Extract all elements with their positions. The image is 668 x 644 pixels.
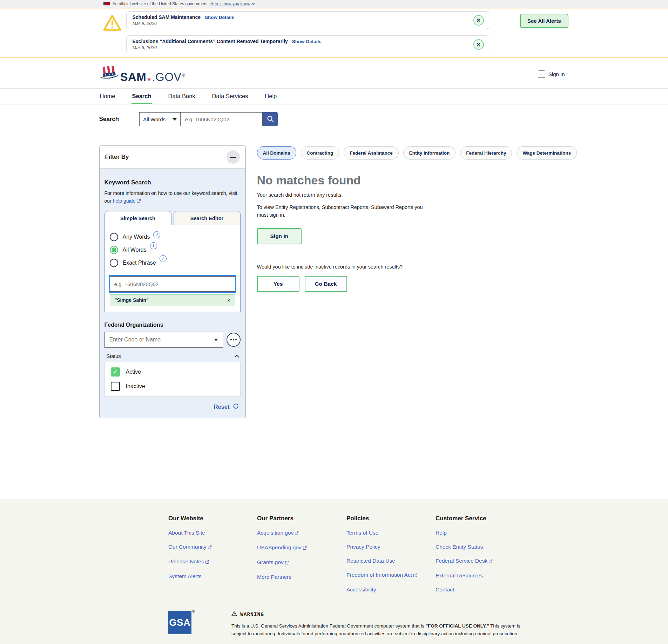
keyword-chip: "Simge Sahin" ×: [110, 294, 235, 306]
domain-pill-all-domains[interactable]: All Domains: [257, 146, 296, 160]
sign-in-arrow-icon: ←: [538, 70, 545, 78]
logo-sam-text: SAM: [120, 71, 147, 83]
no-matches-title: No matches found: [257, 174, 577, 187]
chevron-down-icon: [251, 2, 254, 5]
show-details-link[interactable]: Show Details: [292, 39, 322, 44]
footer-heading: Our Partners: [257, 515, 346, 522]
status-label: Status: [107, 353, 121, 359]
nav-item-help[interactable]: Help: [264, 89, 277, 104]
footer-link-grants-gov[interactable]: Grants.gov: [257, 559, 346, 566]
alert-date: Mar 6, 2026: [133, 45, 468, 50]
help-guide-link[interactable]: help guide: [113, 198, 136, 204]
radio-all-words[interactable]: [110, 246, 118, 254]
close-icon[interactable]: ✕: [473, 39, 484, 50]
footer-column-our-partners: Our Partners Acquisition.gov USASpending…: [257, 515, 346, 593]
page-body: Filter By Keyword Search For more inform…: [0, 137, 668, 499]
sign-in-button[interactable]: Sign In: [257, 228, 302, 244]
see-all-alerts-button[interactable]: See All Alerts: [520, 14, 568, 28]
sam-gov-logo[interactable]: SAM ★ .GOV ®: [99, 65, 185, 83]
footer-link-foia[interactable]: Freedom of Information Act: [346, 572, 436, 579]
warning-triangle-small-icon: [231, 611, 237, 618]
footer-link-restricted-data-use[interactable]: Restricted Data Use: [346, 558, 436, 564]
search-input[interactable]: [181, 112, 263, 126]
federal-organizations-combobox[interactable]: Enter Code or Name: [104, 332, 223, 348]
footer-link-release-notes[interactable]: Release Notes: [168, 558, 257, 565]
caret-down-icon: [214, 339, 218, 341]
checkbox-active[interactable]: ✓: [111, 367, 120, 377]
external-link-icon: [285, 560, 289, 566]
close-icon[interactable]: ✕: [473, 15, 484, 26]
footer-link-accessibility[interactable]: Accessibility: [346, 587, 436, 593]
alerts-section: Scheduled SAM Maintenance Show Details M…: [0, 8, 668, 58]
collapse-filters-button[interactable]: [227, 150, 240, 164]
checkbox-inactive-label: Inactive: [126, 383, 145, 389]
nav-item-data-bank[interactable]: Data Bank: [168, 89, 196, 104]
domain-pill-contracting[interactable]: Contracting: [301, 146, 339, 160]
footer-column-customer-service: Customer Service Help Check Entity Statu…: [436, 515, 582, 593]
external-link-icon: [488, 558, 493, 565]
heres-how-link[interactable]: Here’s how you know: [210, 1, 254, 6]
footer-link-usaspending-gov[interactable]: USASpending.gov: [257, 544, 346, 551]
sign-in-required-text: To view Entity Registrations, Subcontrac…: [257, 203, 432, 219]
info-icon[interactable]: i: [153, 231, 160, 238]
radio-any-words-label: Any Words: [123, 234, 150, 240]
search-mode-select[interactable]: All Words: [139, 112, 181, 126]
info-icon[interactable]: i: [150, 242, 157, 249]
footer-link-external-resources[interactable]: External Resources: [436, 572, 582, 579]
results-area: All Domains Contracting Federal Assistan…: [257, 145, 577, 292]
yes-button[interactable]: Yes: [257, 276, 299, 292]
sign-in-link[interactable]: ← Sign In: [538, 70, 565, 78]
footer-link-system-alerts[interactable]: System Alerts: [168, 573, 257, 579]
info-icon[interactable]: i: [160, 255, 167, 262]
footer-link-about-this-site[interactable]: About This Site: [168, 530, 257, 536]
footer-link-our-community[interactable]: Our Community: [168, 544, 257, 551]
chip-remove-icon[interactable]: ×: [227, 297, 230, 303]
domain-pill-wage-determinations[interactable]: Wage Determinations: [517, 146, 577, 160]
nav-item-search[interactable]: Search: [131, 89, 152, 104]
banner-text: An official website of the United States…: [113, 1, 208, 6]
external-link-icon: [208, 544, 212, 551]
filter-panel: Filter By Keyword Search For more inform…: [99, 145, 246, 418]
footer-link-acquisition-gov[interactable]: Acquisition.gov: [257, 530, 346, 537]
reset-icon[interactable]: [232, 403, 239, 411]
uncle-sam-hat-icon: [99, 65, 119, 83]
combobox-placeholder: Enter Code or Name: [109, 337, 161, 343]
minus-icon: [230, 157, 236, 158]
reset-link[interactable]: Reset: [214, 404, 230, 410]
logo-star-icon: ★: [147, 76, 151, 82]
domain-pill-entity-information[interactable]: Entity Information: [403, 146, 456, 160]
show-details-link[interactable]: Show Details: [205, 15, 234, 20]
alert-title: Exclusions “Additional Comments” Content…: [133, 39, 288, 44]
go-back-button[interactable]: Go Back: [305, 276, 347, 292]
gsa-registered-mark: ®: [192, 610, 195, 614]
footer-link-terms-of-use[interactable]: Terms of Use: [346, 530, 436, 536]
gov-banner: An official website of the United States…: [0, 0, 668, 8]
footer-link-help[interactable]: Help: [436, 530, 582, 536]
radio-any-words[interactable]: [110, 233, 118, 241]
search-mode-value: All Words: [143, 116, 166, 122]
nav-item-home[interactable]: Home: [99, 89, 116, 104]
warning-triangle-icon: [103, 14, 122, 33]
nav-item-data-services[interactable]: Data Services: [211, 89, 249, 104]
search-button[interactable]: [263, 112, 278, 126]
filter-by-title: Filter By: [105, 154, 129, 161]
keyword-input[interactable]: [110, 276, 235, 292]
domain-pill-federal-hierarchy[interactable]: Federal Hierarchy: [460, 146, 512, 160]
footer-column-policies: Policies Terms of Use Privacy Policy Res…: [346, 515, 436, 593]
footer-link-privacy-policy[interactable]: Privacy Policy: [346, 544, 436, 550]
external-link-icon: [136, 198, 141, 206]
more-options-button[interactable]: [227, 333, 241, 347]
tab-simple-search[interactable]: Simple Search: [104, 211, 171, 225]
footer-link-contact[interactable]: Contact: [436, 587, 582, 593]
domain-pill-federal-assistance[interactable]: Federal Assistance: [344, 146, 399, 160]
search-icon: [266, 115, 274, 124]
footer-link-check-entity-status[interactable]: Check Entity Status: [436, 544, 582, 550]
radio-exact-phrase[interactable]: [110, 259, 118, 267]
external-link-icon: [205, 559, 209, 565]
footer-link-federal-service-desk[interactable]: Federal Service Desk: [436, 558, 582, 565]
footer-link-more-partners[interactable]: More Partners: [257, 574, 346, 580]
tab-search-editor[interactable]: Search Editor: [174, 211, 241, 225]
chevron-up-icon[interactable]: [235, 355, 239, 359]
checkbox-inactive[interactable]: [111, 382, 120, 391]
status-box: ✓ Active Inactive: [104, 362, 241, 396]
